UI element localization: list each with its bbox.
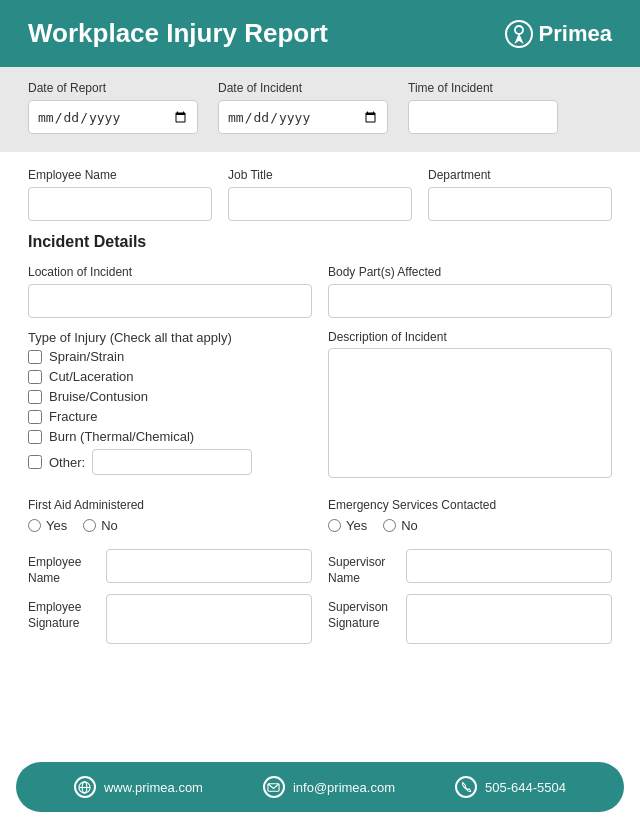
checkbox-burn-input[interactable] xyxy=(28,430,42,444)
page-title: Workplace Injury Report xyxy=(28,18,328,49)
time-of-incident-input[interactable] xyxy=(408,100,558,134)
first-aid-yes[interactable]: Yes xyxy=(28,518,67,533)
checkbox-fracture-input[interactable] xyxy=(28,410,42,424)
date-section: Date of Report Date of Incident Time of … xyxy=(0,67,640,152)
first-aid-yes-radio[interactable] xyxy=(28,519,41,532)
department-group: Department xyxy=(428,168,612,221)
main-content: Employee Name Job Title Department Incid… xyxy=(0,152,640,754)
injury-type-col: Type of Injury (Check all that apply) Sp… xyxy=(28,330,312,482)
phone-svg xyxy=(460,781,473,794)
emergency-no[interactable]: No xyxy=(383,518,418,533)
description-label: Description of Incident xyxy=(328,330,612,344)
employee-name-sig-input[interactable] xyxy=(106,549,312,583)
location-group: Location of Incident xyxy=(28,265,312,318)
employee-name-sig-row: Employee Name xyxy=(28,549,312,586)
first-aid-label: First Aid Administered xyxy=(28,498,312,512)
employee-signature-textarea[interactable] xyxy=(106,594,312,644)
job-title-input[interactable] xyxy=(228,187,412,221)
checkbox-fracture-label: Fracture xyxy=(49,409,97,424)
checkbox-sprain-label: Sprain/Strain xyxy=(49,349,124,364)
incident-details-title: Incident Details xyxy=(28,233,612,251)
checkbox-burn-label: Burn (Thermal/Chemical) xyxy=(49,429,194,444)
time-of-incident-label: Time of Incident xyxy=(408,81,558,95)
date-of-incident-label: Date of Incident xyxy=(218,81,388,95)
body-parts-input[interactable] xyxy=(328,284,612,318)
checkbox-bruise-label: Bruise/Contusion xyxy=(49,389,148,404)
emergency-label: Emergency Services Contacted xyxy=(328,498,612,512)
checkbox-sprain[interactable]: Sprain/Strain xyxy=(28,349,312,364)
emergency-yes-radio[interactable] xyxy=(328,519,341,532)
checkbox-other-row: Other: xyxy=(28,449,312,475)
time-of-incident-group: Time of Incident xyxy=(408,81,558,134)
website-text: www.primea.com xyxy=(104,780,203,795)
description-col: Description of Incident xyxy=(328,330,612,482)
location-body-row: Location of Incident Body Part(s) Affect… xyxy=(28,265,612,318)
incident-details-section: Incident Details xyxy=(28,233,612,253)
employee-sig-row: Employee Signature xyxy=(28,594,312,644)
job-title-group: Job Title xyxy=(228,168,412,221)
first-aid-col: First Aid Administered Yes No xyxy=(28,498,312,533)
emergency-yes-label: Yes xyxy=(346,518,367,533)
mail-icon xyxy=(263,776,285,798)
first-aid-options: Yes No xyxy=(28,518,312,533)
supervisor-sig-row: Supervison Signature xyxy=(328,594,612,644)
footer-email: info@primea.com xyxy=(263,776,395,798)
emergency-col: Emergency Services Contacted Yes No xyxy=(328,498,612,533)
job-title-label: Job Title xyxy=(228,168,412,182)
date-of-incident-input[interactable] xyxy=(218,100,388,134)
mail-svg xyxy=(267,781,280,794)
employee-name-label: Employee Name xyxy=(28,168,212,182)
checkbox-bruise-input[interactable] xyxy=(28,390,42,404)
supervisor-name-sig-row: Supervisor Name xyxy=(328,549,612,586)
other-text-input[interactable] xyxy=(92,449,252,475)
footer-phone: 505-644-5504 xyxy=(455,776,566,798)
date-of-report-group: Date of Report xyxy=(28,81,198,134)
first-aid-yes-label: Yes xyxy=(46,518,67,533)
checkbox-cut[interactable]: Cut/Laceration xyxy=(28,369,312,384)
signature-section: Employee Name Employee Signature Supervi… xyxy=(28,549,612,644)
body-parts-label: Body Part(s) Affected xyxy=(328,265,612,279)
department-input[interactable] xyxy=(428,187,612,221)
footer-website: www.primea.com xyxy=(74,776,203,798)
page-header: Workplace Injury Report Primea xyxy=(0,0,640,67)
date-of-incident-group: Date of Incident xyxy=(218,81,388,134)
radio-section: First Aid Administered Yes No Emergency … xyxy=(28,498,612,533)
first-aid-no-radio[interactable] xyxy=(83,519,96,532)
checkbox-fracture[interactable]: Fracture xyxy=(28,409,312,424)
checkbox-cut-input[interactable] xyxy=(28,370,42,384)
svg-point-1 xyxy=(515,26,523,34)
checkbox-bruise[interactable]: Bruise/Contusion xyxy=(28,389,312,404)
globe-svg xyxy=(78,781,91,794)
employee-name-input[interactable] xyxy=(28,187,212,221)
checkbox-burn[interactable]: Burn (Thermal/Chemical) xyxy=(28,429,312,444)
description-textarea[interactable] xyxy=(328,348,612,478)
supervisor-sig-col: Supervisor Name Supervison Signature xyxy=(328,549,612,644)
location-input[interactable] xyxy=(28,284,312,318)
logo-text: Primea xyxy=(539,21,612,47)
employee-sig-col: Employee Name Employee Signature xyxy=(28,549,312,644)
emergency-options: Yes No xyxy=(328,518,612,533)
checkbox-cut-label: Cut/Laceration xyxy=(49,369,134,384)
logo: Primea xyxy=(505,20,612,48)
date-of-report-input[interactable] xyxy=(28,100,198,134)
first-aid-no[interactable]: No xyxy=(83,518,118,533)
supervisor-name-sig-input[interactable] xyxy=(406,549,612,583)
emergency-no-radio[interactable] xyxy=(383,519,396,532)
logo-icon xyxy=(505,20,533,48)
checkbox-other-input[interactable] xyxy=(28,455,42,469)
employee-name-group: Employee Name xyxy=(28,168,212,221)
supervisor-signature-textarea[interactable] xyxy=(406,594,612,644)
checkbox-other-label: Other: xyxy=(49,455,85,470)
location-label: Location of Incident xyxy=(28,265,312,279)
emergency-yes[interactable]: Yes xyxy=(328,518,367,533)
injury-checkboxes: Sprain/Strain Cut/Laceration Bruise/Cont… xyxy=(28,349,312,475)
globe-icon xyxy=(74,776,96,798)
page-footer: www.primea.com info@primea.com 505-644-5… xyxy=(16,762,624,812)
employee-row: Employee Name Job Title Department xyxy=(28,168,612,221)
date-of-report-label: Date of Report xyxy=(28,81,198,95)
employee-name-sig-label: Employee Name xyxy=(28,549,96,586)
body-parts-group: Body Part(s) Affected xyxy=(328,265,612,318)
checkbox-sprain-input[interactable] xyxy=(28,350,42,364)
department-label: Department xyxy=(428,168,612,182)
injury-type-label: Type of Injury (Check all that apply) xyxy=(28,330,312,345)
